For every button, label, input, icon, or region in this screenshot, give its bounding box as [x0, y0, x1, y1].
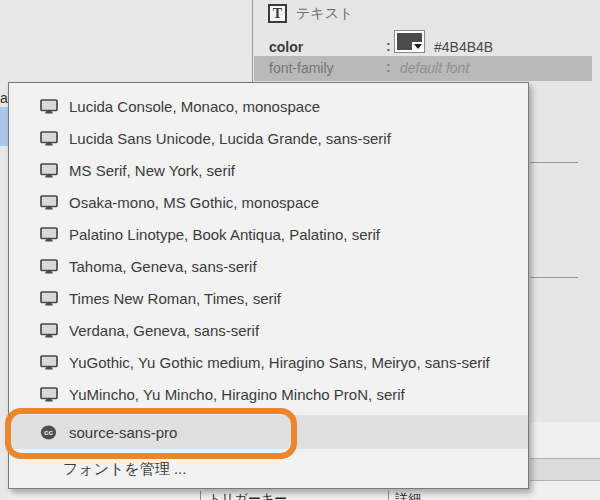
font-option-label: MS Serif, New York, serif: [69, 162, 235, 179]
column-header-detail: 詳細: [395, 490, 421, 500]
chevron-down-icon: [414, 44, 422, 49]
column-divider: [200, 491, 201, 500]
font-option[interactable]: Lucida Sans Unicode, Lucida Grande, sans…: [9, 122, 528, 154]
font-option[interactable]: Tahoma, Geneva, sans-serif: [9, 250, 528, 282]
column-header-trigger-key: トリガーキー: [208, 490, 287, 500]
monitor-icon: [40, 99, 58, 114]
font-option-label: Verdana, Geneva, sans-serif: [69, 322, 259, 339]
monitor-icon: [40, 291, 58, 306]
font-family-label: font-family: [269, 60, 334, 76]
font-option[interactable]: Verdana, Geneva, sans-serif: [9, 314, 528, 346]
font-option-label: Tahoma, Geneva, sans-serif: [69, 258, 257, 275]
color-property-label: color: [269, 39, 303, 55]
text-section-icon: T: [268, 4, 287, 23]
dreamweaver-css-designer-screenshot: a T テキスト color : #4B4B4B font-family : d…: [0, 0, 600, 500]
creative-cloud-icon: cc: [40, 425, 58, 440]
color-swatch[interactable]: [394, 30, 425, 53]
font-family-separator: :: [386, 59, 391, 75]
font-option-source-sans-pro[interactable]: cc source-sans-pro: [9, 415, 528, 449]
monitor-icon: [40, 323, 58, 338]
monitor-icon: [40, 387, 58, 402]
font-option-label: Lucida Console, Monaco, monospace: [69, 98, 320, 115]
column-divider: [388, 491, 389, 500]
font-family-row[interactable]: font-family : default font: [254, 56, 592, 81]
font-option-label: Osaka-mono, MS Gothic, monospace: [69, 194, 319, 211]
monitor-icon: [40, 227, 58, 242]
panel-row-band: [530, 458, 600, 481]
font-family-value[interactable]: default font: [400, 60, 469, 76]
font-option-label: Palatino Linotype, Book Antiqua, Palatin…: [69, 226, 380, 243]
panel-background: [530, 82, 600, 500]
font-option[interactable]: YuGothic, Yu Gothic medium, Hiragino San…: [9, 346, 528, 378]
monitor-icon: [40, 355, 58, 370]
font-option[interactable]: YuMincho, Yu Mincho, Hiragino Mincho Pro…: [9, 378, 528, 410]
monitor-icon: [40, 163, 58, 178]
font-option[interactable]: Palatino Linotype, Book Antiqua, Palatin…: [9, 218, 528, 250]
monitor-icon: [40, 131, 58, 146]
font-option-label: Times New Roman, Times, serif: [69, 290, 281, 307]
clipped-text-fragment: [0, 0, 14, 7]
font-option[interactable]: Osaka-mono, MS Gothic, monospace: [9, 186, 528, 218]
font-option-label: source-sans-pro: [69, 424, 177, 441]
manage-fonts-option[interactable]: フォントを管理 ...: [9, 453, 528, 485]
font-option[interactable]: MS Serif, New York, serif: [9, 154, 528, 186]
font-option-label: YuMincho, Yu Mincho, Hiragino Mincho Pro…: [69, 386, 405, 403]
monitor-icon: [40, 195, 58, 210]
color-swatch-dropdown[interactable]: [412, 42, 423, 51]
manage-fonts-label: フォントを管理 ...: [63, 460, 186, 479]
color-separator: :: [386, 38, 391, 54]
font-option[interactable]: Times New Roman, Times, serif: [9, 282, 528, 314]
font-option[interactable]: Lucida Console, Monaco, monospace: [9, 90, 528, 122]
panel-divider: [530, 162, 578, 163]
panel-divider: [530, 277, 578, 278]
font-family-dropdown-menu: Lucida Console, Monaco, monospace Lucida…: [8, 82, 529, 489]
font-option-label: YuGothic, Yu Gothic medium, Hiragino San…: [69, 354, 490, 371]
css-properties-panel: T テキスト color : #4B4B4B font-family : def…: [252, 0, 600, 82]
color-value[interactable]: #4B4B4B: [434, 39, 493, 55]
monitor-icon: [40, 259, 58, 274]
text-section-title: テキスト: [296, 5, 353, 23]
font-option-label: Lucida Sans Unicode, Lucida Grande, sans…: [69, 130, 391, 147]
svg-text:cc: cc: [44, 428, 53, 437]
text-section-header: T テキスト: [268, 4, 353, 23]
